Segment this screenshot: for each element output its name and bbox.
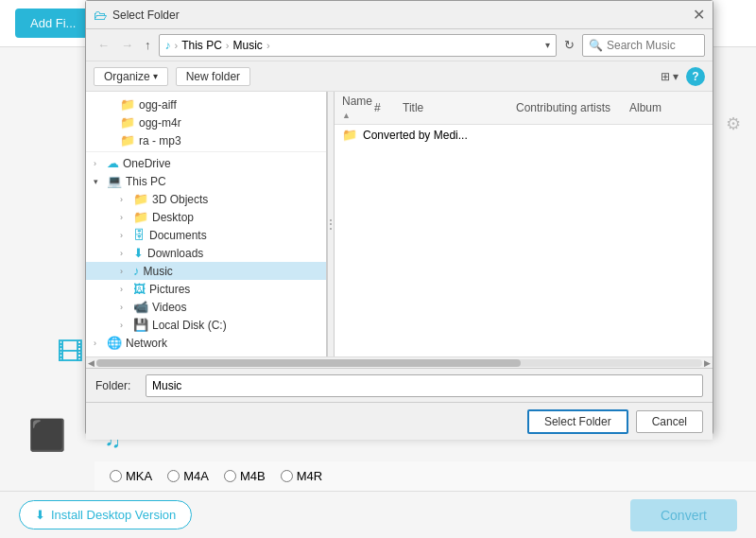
address-separator-1: ›: [175, 40, 179, 51]
disk-icon: 💾: [133, 318, 148, 332]
help-button[interactable]: ?: [686, 67, 705, 86]
tree-item-pictures[interactable]: › 🖼 Pictures: [86, 280, 326, 298]
scroll-left-icon[interactable]: ◀: [86, 358, 96, 368]
format-m4b[interactable]: M4B: [224, 469, 266, 483]
tree-item-this-pc[interactable]: ▾ 💻 This PC: [86, 172, 326, 190]
select-folder-button[interactable]: Select Folder: [527, 409, 628, 434]
sort-arrow-icon: ▲: [342, 111, 351, 120]
tree-item-label: This PC: [126, 175, 166, 188]
format-m4b-radio[interactable]: [224, 470, 236, 482]
chevron-icon: ›: [120, 249, 133, 258]
tree-item-label: OneDrive: [123, 157, 171, 170]
tree-item-desktop[interactable]: › 📁 Desktop: [86, 208, 326, 226]
address-bar[interactable]: ♪ › This PC › Music › ▾: [159, 34, 558, 57]
format-m4r-label: M4R: [297, 469, 322, 483]
tree-item-label: ogg-m4r: [139, 116, 181, 130]
horizontal-scrollbar[interactable]: ◀ ▶: [86, 356, 713, 368]
folder-input[interactable]: [146, 374, 703, 397]
address-music: Music: [233, 39, 263, 52]
format-m4a[interactable]: M4A: [167, 469, 209, 483]
folder-icon: ⬇: [133, 246, 144, 260]
dialog-title-area: 🗁 Select Folder: [94, 8, 180, 23]
gear-icon[interactable]: ⚙: [726, 114, 741, 133]
format-mka[interactable]: MKA: [110, 469, 152, 483]
back-button[interactable]: ←: [94, 36, 113, 54]
file-item[interactable]: 📁 Converted by Medi...: [335, 125, 713, 145]
format-m4r-radio[interactable]: [281, 470, 293, 482]
col-name[interactable]: Name ▲: [342, 95, 374, 121]
install-btn-label: Install Desktop Version: [51, 508, 176, 522]
col-num[interactable]: #: [374, 101, 403, 114]
app-footer: ⬇ Install Desktop Version Convert: [0, 491, 756, 538]
tree-item-label: Local Disk (C:): [152, 319, 227, 332]
convert-button[interactable]: Convert: [630, 499, 737, 531]
tree-item-ra-mp3[interactable]: 📁 ra - mp3: [86, 131, 326, 149]
search-icon: 🔍: [589, 39, 603, 52]
organize-button[interactable]: Organize ▾: [94, 67, 168, 86]
folder-icon: 📁: [120, 133, 135, 148]
chevron-icon: ▾: [94, 177, 107, 186]
dialog-titlebar: 🗁 Select Folder ✕: [86, 1, 713, 29]
tree-item-3d-objects[interactable]: › 📁 3D Objects: [86, 190, 326, 208]
search-input[interactable]: [607, 39, 692, 52]
address-dropdown-button[interactable]: ▾: [545, 40, 550, 50]
refresh-button[interactable]: ↻: [560, 36, 578, 54]
new-folder-button[interactable]: New folder: [176, 67, 250, 86]
folder-input-row: Folder:: [86, 368, 713, 402]
install-desktop-button[interactable]: ⬇ Install Desktop Version: [19, 500, 192, 529]
tree-item-music[interactable]: › ♪ Music: [86, 262, 326, 280]
folder-label: Folder:: [95, 379, 138, 392]
cancel-button[interactable]: Cancel: [636, 410, 703, 433]
tree-item-onedrive[interactable]: › ☁ OneDrive: [86, 154, 326, 172]
tree-item-ogg-aiff[interactable]: 📁 ogg-aiff: [86, 95, 326, 113]
folder-icon: 📁: [120, 115, 135, 130]
organize-chevron: ▾: [153, 71, 158, 81]
tree-item-network[interactable]: › 🌐 Network: [86, 334, 326, 352]
chevron-icon: ›: [120, 213, 133, 222]
chevron-icon: ›: [120, 195, 133, 204]
file-columns-header: Name ▲ # Title Contributing artists Albu…: [335, 92, 713, 125]
col-album[interactable]: Album: [629, 101, 705, 114]
tree-item-label: 3D Objects: [152, 193, 208, 206]
tree-item-documents[interactable]: › 🗄 Documents: [86, 226, 326, 244]
folder-icon: 🗄: [133, 228, 146, 242]
add-files-button[interactable]: Add Fi...: [15, 9, 91, 38]
file-panel: Name ▲ # Title Contributing artists Albu…: [335, 92, 713, 356]
tree-item-label: Music: [144, 265, 173, 278]
scroll-right-icon[interactable]: ▶: [702, 358, 713, 368]
tree-item-videos[interactable]: › 📹 Videos: [86, 298, 326, 316]
settings-area: ⚙: [726, 113, 741, 134]
address-separator-3: ›: [266, 40, 270, 51]
tree-panel[interactable]: 📁 ogg-aiff 📁 ogg-m4r 📁 ra - mp3 › ☁: [86, 92, 327, 356]
col-artist[interactable]: Contributing artists: [516, 101, 629, 114]
format-m4r[interactable]: M4R: [281, 469, 322, 483]
forward-button[interactable]: →: [117, 36, 137, 54]
file-item-name: Converted by Medi...: [363, 129, 468, 142]
select-folder-dialog: 🗁 Select Folder ✕ ← → ↑ ♪ › This PC › Mu…: [85, 0, 713, 435]
format-m4b-label: M4B: [240, 469, 266, 483]
col-title[interactable]: Title: [403, 101, 516, 114]
tree-item-local-disk[interactable]: › 💾 Local Disk (C:): [86, 316, 326, 334]
scroll-track[interactable]: [96, 359, 702, 367]
view-toggle-button[interactable]: ⊞ ▾: [661, 70, 679, 83]
search-box[interactable]: 🔍: [582, 34, 705, 57]
scroll-thumb[interactable]: [96, 359, 521, 367]
up-button[interactable]: ↑: [141, 36, 155, 54]
resize-handle[interactable]: [327, 92, 335, 356]
chevron-icon: ›: [120, 231, 133, 240]
chevron-icon: ›: [120, 285, 133, 294]
col-name-label: Name: [342, 95, 372, 108]
network-icon: 🌐: [107, 336, 122, 350]
address-separator-2: ›: [226, 40, 230, 51]
film-icon: ⬛ 🎞: [28, 417, 66, 453]
format-mka-radio[interactable]: [110, 470, 122, 482]
folder-icon: 🖼: [133, 282, 146, 296]
tree-item-label: Desktop: [152, 211, 194, 224]
dialog-toolbar: ← → ↑ ♪ › This PC › Music › ▾ ↻ 🔍: [86, 29, 713, 61]
tree-item-downloads[interactable]: › ⬇ Downloads: [86, 244, 326, 262]
tree-item-ogg-m4r[interactable]: 📁 ogg-m4r: [86, 113, 326, 131]
dialog-close-button[interactable]: ✕: [693, 8, 705, 23]
format-m4a-radio[interactable]: [167, 470, 180, 482]
format-mka-label: MKA: [126, 469, 152, 483]
tree-item-label: Videos: [152, 301, 186, 314]
